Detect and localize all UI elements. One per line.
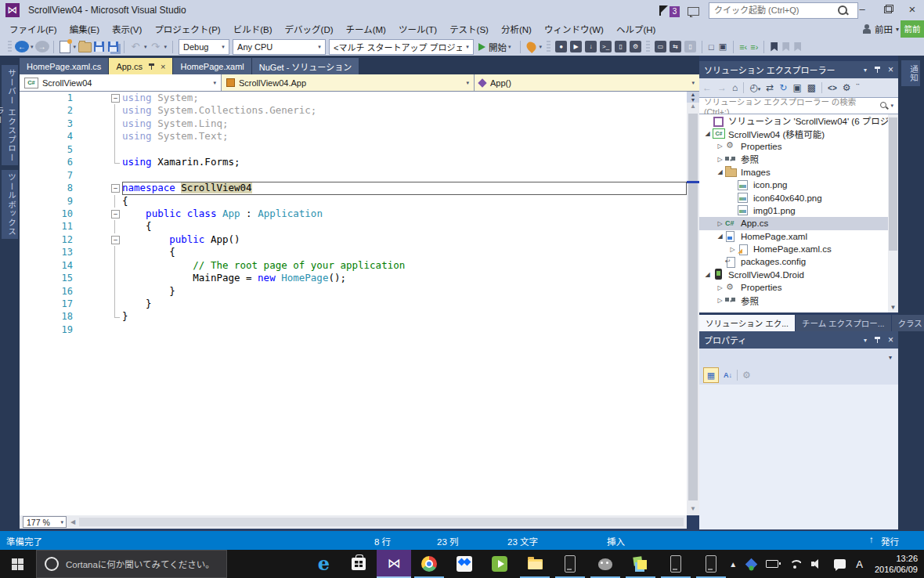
scroll-left-arrow[interactable]: ◀ <box>67 518 79 526</box>
code-text[interactable]: using System.Collections.Generic; <box>122 104 687 117</box>
device-icon[interactable]: ▯ <box>615 41 626 52</box>
tree-item[interactable]: ◢ScrollView04.Droid <box>699 269 898 281</box>
breakpoint-margin[interactable] <box>75 143 110 156</box>
breakpoint-margin[interactable] <box>75 272 110 284</box>
navigate-back-button[interactable]: ← <box>15 41 29 52</box>
document-tab[interactable]: NuGet - ソリューション <box>252 58 359 74</box>
dropbox-taskbar-button[interactable] <box>447 550 482 578</box>
undo-button[interactable]: ↶ <box>128 39 143 55</box>
navigate-forward-doc-icon[interactable]: ▣ <box>719 42 727 52</box>
tool-window-tab-2[interactable]: クラス ビュー <box>892 315 924 331</box>
document-tab[interactable]: App.cs× <box>109 58 172 74</box>
menu-item-1[interactable]: 編集(E) <box>63 20 106 38</box>
fold-margin[interactable] <box>110 298 122 310</box>
code-text[interactable]: MainPage = new HomePage(); <box>122 272 687 284</box>
ime-chat-icon[interactable] <box>834 559 846 569</box>
code-line[interactable]: 2using System.Collections.Generic; <box>20 104 687 117</box>
open-file-icon[interactable] <box>78 42 92 52</box>
fold-collapse-icon[interactable]: − <box>111 236 120 244</box>
code-text[interactable]: using System.Text; <box>122 130 687 143</box>
tree-item[interactable]: ▷Properties <box>699 281 898 294</box>
pin-icon[interactable] <box>148 63 155 70</box>
find-icon[interactable] <box>525 40 538 53</box>
breakpoint-margin[interactable] <box>75 208 110 220</box>
device-deploy-icon[interactable]: ▶ <box>570 41 582 52</box>
pin-icon[interactable] <box>874 66 881 74</box>
fold-margin[interactable]: − <box>110 208 122 220</box>
fold-margin[interactable]: − <box>110 233 122 246</box>
code-line[interactable]: 4using System.Text; <box>20 130 687 143</box>
scroll-up-arrow[interactable]: ▲ <box>687 103 699 110</box>
menu-item-0[interactable]: ファイル(F) <box>3 20 63 38</box>
menu-item-7[interactable]: ツール(T) <box>392 20 443 38</box>
scrollbar-thumb[interactable] <box>688 114 698 500</box>
console-icon[interactable]: >_ <box>600 41 612 52</box>
code-text[interactable]: public App() <box>122 233 687 246</box>
code-line[interactable]: 11 { <box>20 220 687 233</box>
fold-margin[interactable]: − <box>110 92 122 104</box>
tree-item[interactable]: ◢HomePage.xaml <box>699 230 898 243</box>
chevron-down-icon[interactable]: ▾ <box>540 44 543 50</box>
refresh-icon[interactable]: ↻ <box>779 82 787 93</box>
chrome-taskbar-button[interactable] <box>412 550 446 578</box>
task-view-taskbar-button[interactable] <box>271 550 305 578</box>
breakpoint-margin[interactable] <box>75 104 110 117</box>
zoom-dropdown[interactable]: 177 %▾ <box>23 516 67 528</box>
new-project-icon[interactable] <box>60 41 70 53</box>
save-icon[interactable] <box>94 42 104 52</box>
close-icon[interactable]: × <box>161 62 165 71</box>
phone-emulator-taskbar-button[interactable] <box>694 550 728 578</box>
solution-explorer-search[interactable]: ソリューション エクスプローラー の検索 (Ctrl+;) ▾ <box>699 97 898 114</box>
fold-margin[interactable] <box>110 259 122 272</box>
save-all-icon[interactable] <box>108 42 118 52</box>
navigate-forward-button[interactable]: → <box>35 41 49 52</box>
code-text[interactable]: using System; <box>122 92 687 104</box>
code-text[interactable]: } <box>122 298 687 310</box>
window-position-icon[interactable]: ▾ <box>864 67 867 74</box>
breakpoint-margin[interactable] <box>75 117 110 130</box>
power-icon[interactable] <box>766 560 778 568</box>
breakpoint-margin[interactable] <box>75 220 110 233</box>
tree-item[interactable]: icon.png <box>699 179 898 191</box>
tree-item[interactable]: icon640x640.png <box>699 191 898 204</box>
fold-collapse-icon[interactable]: − <box>111 210 120 219</box>
expander-collapsed-icon[interactable]: ▷ <box>715 297 725 304</box>
tree-item[interactable]: ▷App.cs <box>699 217 898 229</box>
tree-item[interactable]: ▷HomePage.xaml.cs <box>699 243 898 255</box>
code-line[interactable]: 1−using System; <box>20 92 687 104</box>
publish-up-icon[interactable]: ↑ <box>869 535 874 544</box>
sticky-notes-taskbar-button[interactable] <box>623 550 658 578</box>
code-line[interactable]: 18} <box>20 310 687 323</box>
properties-title-bar[interactable]: プロパティ ▾ × <box>699 331 898 349</box>
expander-collapsed-icon[interactable]: ▷ <box>727 246 738 253</box>
project-dropdown[interactable]: C# ScrollView04 ▾ <box>20 74 222 91</box>
code-text[interactable]: public class App : Application <box>122 208 687 220</box>
notifications-tab[interactable]: 通知 <box>901 60 920 86</box>
code-line[interactable]: 7 <box>20 169 687 182</box>
fold-margin[interactable] <box>110 130 122 143</box>
view-code-icon[interactable]: <> <box>828 84 837 92</box>
fold-collapse-icon[interactable]: − <box>111 184 120 193</box>
tree-item[interactable]: ソリューション 'ScrollView04' (6 プロジェクト) <box>699 114 898 127</box>
redo-button[interactable]: ↷ <box>149 39 163 55</box>
chevron-up-icon[interactable]: ▲ <box>729 560 737 569</box>
menu-item-8[interactable]: テスト(S) <box>443 20 495 38</box>
code-line[interactable]: 9{ <box>20 195 687 208</box>
menu-item-4[interactable]: ビルド(B) <box>227 20 279 38</box>
menu-item-9[interactable]: 分析(N) <box>495 20 538 38</box>
navigate-backward-doc-icon[interactable]: □ <box>709 42 714 52</box>
side-tab-1[interactable]: ツールボックス <box>2 170 18 239</box>
settings-gear-icon[interactable]: ⚙ <box>630 41 641 52</box>
expander-expanded-icon[interactable]: ◢ <box>715 233 725 240</box>
solution-explorer-title-bar[interactable]: ソリューション エクスプローラー ▾ × <box>699 61 898 78</box>
breakpoint-margin[interactable] <box>75 285 110 298</box>
breakpoint-margin[interactable] <box>75 323 110 336</box>
gimp-taskbar-button[interactable] <box>588 550 623 578</box>
cortana-search[interactable]: Cortanaに何か聞いてみてください。 <box>36 550 227 578</box>
breakpoint-margin[interactable] <box>75 156 110 168</box>
code-text[interactable]: { <box>122 220 687 233</box>
breakpoint-margin[interactable] <box>75 169 110 182</box>
fold-margin[interactable] <box>110 117 122 130</box>
dropbox-tray-icon[interactable] <box>745 558 758 570</box>
menu-item-2[interactable]: 表示(V) <box>106 20 148 38</box>
